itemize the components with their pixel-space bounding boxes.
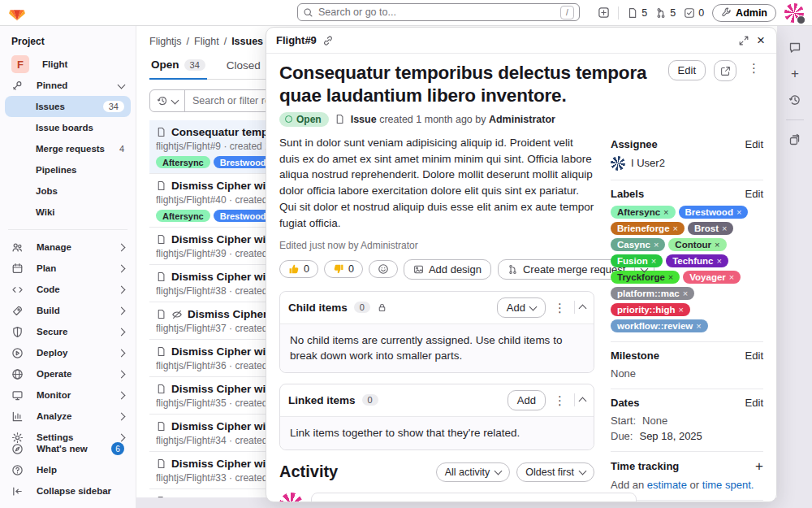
deploy-icon: [11, 347, 24, 359]
sidebar-item-secure[interactable]: Secure: [5, 321, 131, 342]
activity-sort-dropdown[interactable]: Oldest first: [516, 462, 594, 482]
left-sidebar: Project F Flight Pinned Issues 34 Issue …: [0, 26, 136, 508]
edit-issue-button[interactable]: Edit: [668, 60, 706, 80]
sidebar-item-manage[interactable]: Manage: [5, 237, 131, 258]
collapse-icon: [11, 485, 24, 497]
comment-icon[interactable]: [788, 41, 801, 54]
sidebar-item-pipelines[interactable]: Pipelines: [5, 159, 131, 180]
merge-requests-counter[interactable]: 5: [655, 7, 676, 19]
author-name: Administrator: [489, 114, 555, 125]
collapse-section-icon[interactable]: [579, 397, 587, 406]
issue-detail-modal: Flight#9 × Consequatur temporibus delect…: [266, 27, 777, 502]
sidebar-item-plan[interactable]: Plan: [5, 258, 131, 279]
assignee-value[interactable]: I User2: [611, 156, 763, 171]
chevron-right-icon: [118, 243, 126, 251]
user-avatar[interactable]: [784, 3, 804, 23]
sidebar-item-deploy[interactable]: Deploy: [5, 342, 131, 363]
create-new-icon[interactable]: [598, 7, 610, 19]
breadcrumb-group[interactable]: Flightjs: [149, 36, 182, 47]
sidebar-item-issues[interactable]: Issues 34: [5, 96, 131, 117]
labels-edit-button[interactable]: Edit: [745, 188, 763, 200]
issue-type-icon: [156, 180, 166, 191]
assignee-edit-button[interactable]: Edit: [745, 138, 763, 150]
sidebar-item-code[interactable]: Code: [5, 279, 131, 300]
breadcrumb-project[interactable]: Flight: [194, 36, 219, 47]
sidebar-item-analyze[interactable]: Analyze: [5, 406, 131, 427]
chevron-right-icon: [118, 349, 126, 357]
assignee-section: Assignee Edit I User2: [611, 137, 763, 180]
child-items-empty-text: No child items are currently assigned. U…: [280, 323, 594, 372]
thumbs-down-button[interactable]: 0: [324, 260, 363, 278]
switch-view-icon[interactable]: [788, 133, 801, 146]
sidebar-item-build[interactable]: Build: [5, 300, 131, 321]
add-time-entry-button[interactable]: +: [755, 459, 763, 473]
todos-counter[interactable]: 0: [684, 7, 704, 19]
issue-type-icon: [156, 421, 166, 432]
global-search-input[interactable]: Search or go to... /: [297, 3, 580, 21]
copy-link-icon[interactable]: [322, 35, 334, 46]
dates-edit-button[interactable]: Edit: [745, 397, 763, 409]
sidebar-pinned[interactable]: Pinned: [5, 75, 131, 96]
admin-button[interactable]: Admin: [712, 4, 776, 22]
label-fusion[interactable]: Fusion×: [611, 254, 663, 267]
label-priority-high[interactable]: priority::high×: [611, 303, 690, 316]
linked-items-add-button[interactable]: Add: [508, 390, 546, 410]
add-design-button[interactable]: Add design: [404, 259, 491, 280]
issue-reference[interactable]: Flight#9: [276, 34, 317, 46]
sidebar-item-monitor[interactable]: Monitor: [5, 384, 131, 406]
sidebar-project-flight[interactable]: F Flight: [5, 54, 131, 75]
history-icon[interactable]: [788, 93, 801, 106]
label-contour[interactable]: Contour×: [668, 238, 726, 251]
tab-open[interactable]: Open 34: [149, 52, 207, 80]
expand-icon[interactable]: [738, 35, 749, 46]
sidebar-item-issue-boards[interactable]: Issue boards: [5, 117, 131, 138]
chevron-right-icon: [118, 306, 126, 315]
milestone-edit-button[interactable]: Edit: [745, 350, 763, 362]
label-chip: Aftersync: [156, 210, 210, 222]
linked-items-kebab[interactable]: ⋮: [551, 393, 569, 408]
shield-icon: [11, 326, 24, 338]
issue-actions-kebab[interactable]: ⋮: [745, 60, 763, 76]
recent-searches-dropdown[interactable]: [150, 90, 185, 111]
whats-new-item[interactable]: What's new 6: [5, 438, 131, 459]
open-in-full-page-button[interactable]: [714, 60, 736, 81]
slash-kbd-hint: /: [560, 6, 574, 20]
breadcrumb-issues[interactable]: Issues: [231, 36, 263, 47]
time-spent-link[interactable]: time spent: [702, 479, 751, 491]
sidebar-divider: [8, 229, 127, 230]
sidebar-item-operate[interactable]: Operate: [5, 363, 131, 384]
sidebar-item-merge-requests[interactable]: Merge requests 4: [5, 138, 131, 159]
child-items-add-button[interactable]: Add: [497, 297, 546, 318]
issues-counter[interactable]: 5: [627, 7, 647, 19]
sidebar-item-jobs[interactable]: Jobs: [5, 180, 131, 202]
collapse-section-icon[interactable]: [579, 305, 587, 313]
label-workflow-review[interactable]: workflow::review×: [611, 319, 708, 332]
sidebar-item-wiki[interactable]: Wiki: [5, 202, 131, 223]
activity-filter-dropdown[interactable]: All activity: [436, 462, 511, 482]
label-voyager[interactable]: Voyager×: [683, 271, 741, 284]
thumbs-up-button[interactable]: 0: [279, 260, 318, 278]
label-aftersync[interactable]: Aftersync×: [611, 206, 676, 219]
label-brieneforge[interactable]: Brieneforge×: [611, 222, 685, 235]
label-platform-mac[interactable]: platform::mac×: [611, 287, 694, 300]
comment-avatar: [279, 493, 303, 501]
gitlab-logo[interactable]: [8, 4, 26, 22]
linked-items-card: Linked items 0 Add ⋮ Link items together…: [279, 384, 594, 450]
issue-type-icon: [156, 384, 166, 394]
estimate-link[interactable]: estimate: [647, 479, 687, 491]
remove-label-icon: ×: [716, 256, 721, 266]
add-reaction-button[interactable]: [369, 260, 398, 278]
label-tryckforge[interactable]: Tryckforge×: [611, 271, 680, 284]
start-date-value: None: [642, 415, 667, 427]
remove-label-icon: ×: [679, 305, 684, 315]
issue-meta: Open Issue created 1 month ago by Admini…: [279, 112, 763, 127]
collapse-sidebar-item[interactable]: Collapse sidebar: [5, 480, 131, 501]
plus-icon[interactable]: +: [791, 67, 799, 80]
label-brestwood[interactable]: Brestwood×: [679, 206, 749, 219]
help-item[interactable]: Help: [5, 459, 131, 480]
label-techfunc[interactable]: Techfunc×: [666, 254, 728, 267]
label-casync[interactable]: Casync×: [611, 238, 665, 251]
close-icon[interactable]: ×: [755, 33, 767, 47]
label-brost[interactable]: Brost×: [688, 222, 733, 235]
child-items-kebab[interactable]: ⋮: [551, 300, 569, 315]
